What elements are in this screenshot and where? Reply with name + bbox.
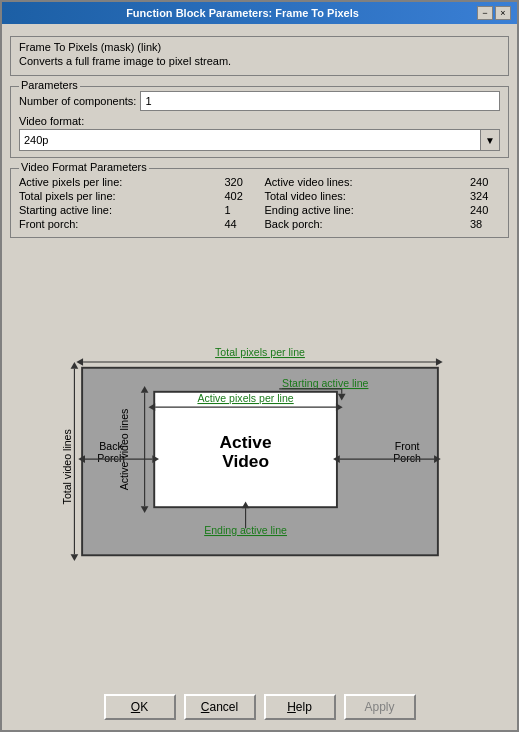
vp-row-3: Starting active line: 1 xyxy=(19,203,255,217)
front-porch-value: 44 xyxy=(225,218,255,230)
diagram-container: Active Video Total pixels per line Start… xyxy=(10,244,509,680)
vp-row-4: Front porch: 44 xyxy=(19,217,255,231)
starting-line-label: Starting active line: xyxy=(19,204,112,216)
mask-group: Frame To Pixels (mask) (link) Converts a… xyxy=(10,36,509,76)
active-lines-value: 240 xyxy=(470,176,500,188)
vp-row-8: Back porch: 38 xyxy=(265,217,501,231)
svg-text:Front: Front xyxy=(394,440,419,452)
front-porch-label: Front porch: xyxy=(19,218,78,230)
apply-button[interactable]: Apply xyxy=(344,694,416,720)
cancel-button[interactable]: Cancel xyxy=(184,694,256,720)
vp-row-7: Ending active line: 240 xyxy=(265,203,501,217)
svg-marker-25 xyxy=(140,386,148,393)
svg-text:Porch: Porch xyxy=(97,452,125,464)
starting-line-value: 1 xyxy=(225,204,255,216)
parameters-heading: Parameters xyxy=(19,79,80,91)
title-bar-buttons: − × xyxy=(477,6,511,20)
num-components-input[interactable] xyxy=(140,91,500,111)
back-porch-label: Back porch: xyxy=(265,218,323,230)
total-lines-value: 324 xyxy=(470,190,500,202)
svg-text:Active pixels per line: Active pixels per line xyxy=(197,392,293,404)
total-pixels-label: Total pixels per line: xyxy=(19,190,116,202)
video-format-params-heading: Video Format Parameters xyxy=(19,161,149,173)
diagram: Active Video Total pixels per line Start… xyxy=(45,337,475,587)
vp-row-1: Active pixels per line: 320 xyxy=(19,175,255,189)
help-label: Help xyxy=(287,700,312,714)
main-window: Function Block Parameters: Frame To Pixe… xyxy=(0,0,519,732)
total-lines-label: Total video lines: xyxy=(265,190,346,202)
svg-text:Active: Active xyxy=(219,432,271,452)
num-components-row: Number of components: xyxy=(19,91,500,111)
svg-rect-0 xyxy=(82,368,438,556)
title-bar: Function Block Parameters: Frame To Pixe… xyxy=(2,2,517,24)
svg-marker-31 xyxy=(152,455,159,463)
svg-marker-6 xyxy=(76,358,83,366)
svg-text:Starting active line: Starting active line xyxy=(282,377,368,389)
svg-marker-36 xyxy=(434,455,441,463)
vp-row-2: Total pixels per line: 402 xyxy=(19,189,255,203)
video-format-wrapper: 240p 480p 720p 1080p ▼ xyxy=(19,129,500,151)
video-params-grid: Active pixels per line: 320 Total pixels… xyxy=(19,175,500,231)
minimize-button[interactable]: − xyxy=(477,6,493,20)
right-col: Active video lines: 240 Total video line… xyxy=(265,175,501,231)
cancel-label: Cancel xyxy=(201,700,238,714)
svg-text:Total pixels per line: Total pixels per line xyxy=(215,346,305,358)
video-format-select[interactable]: 240p 480p 720p 1080p xyxy=(19,129,500,151)
svg-text:Total video lines: Total video lines xyxy=(60,429,72,504)
svg-text:Video: Video xyxy=(222,451,269,471)
ending-line-value: 240 xyxy=(470,204,500,216)
svg-marker-26 xyxy=(140,506,148,513)
close-button[interactable]: × xyxy=(495,6,511,20)
parameters-group: Parameters Number of components: Video f… xyxy=(10,86,509,158)
svg-marker-10 xyxy=(337,394,345,401)
svg-marker-14 xyxy=(148,403,155,411)
svg-marker-22 xyxy=(70,554,78,561)
svg-marker-18 xyxy=(241,501,249,508)
content-area: Frame To Pixels (mask) (link) Converts a… xyxy=(2,24,517,686)
svg-rect-1 xyxy=(154,392,337,507)
svg-text:Ending active line: Ending active line xyxy=(204,524,287,536)
back-porch-value: 38 xyxy=(470,218,500,230)
svg-text:Active video lines: Active video lines xyxy=(118,409,130,491)
vp-row-6: Total video lines: 324 xyxy=(265,189,501,203)
help-button[interactable]: Help xyxy=(264,694,336,720)
bottom-buttons: OK Cancel Help Apply xyxy=(2,686,517,730)
num-components-label: Number of components: xyxy=(19,95,136,107)
active-pixels-label: Active pixels per line: xyxy=(19,176,122,188)
ok-button[interactable]: OK xyxy=(104,694,176,720)
svg-text:Porch: Porch xyxy=(393,452,421,464)
svg-marker-30 xyxy=(78,455,85,463)
vp-row-5: Active video lines: 240 xyxy=(265,175,501,189)
svg-text:Back: Back xyxy=(99,440,123,452)
mask-heading: Frame To Pixels (mask) (link) xyxy=(19,41,500,53)
ok-label: OK xyxy=(131,700,148,714)
active-pixels-value: 320 xyxy=(225,176,255,188)
ending-line-label: Ending active line: xyxy=(265,204,354,216)
svg-marker-7 xyxy=(435,358,442,366)
video-format-label: Video format: xyxy=(19,115,500,127)
apply-label: Apply xyxy=(364,700,394,714)
svg-marker-21 xyxy=(70,362,78,369)
video-format-params-group: Video Format Parameters Active pixels pe… xyxy=(10,168,509,238)
active-lines-label: Active video lines: xyxy=(265,176,353,188)
total-pixels-value: 402 xyxy=(225,190,255,202)
mask-description: Converts a full frame image to pixel str… xyxy=(19,55,500,67)
left-col: Active pixels per line: 320 Total pixels… xyxy=(19,175,255,231)
svg-marker-15 xyxy=(335,403,342,411)
svg-marker-35 xyxy=(333,455,340,463)
window-title: Function Block Parameters: Frame To Pixe… xyxy=(8,7,477,19)
